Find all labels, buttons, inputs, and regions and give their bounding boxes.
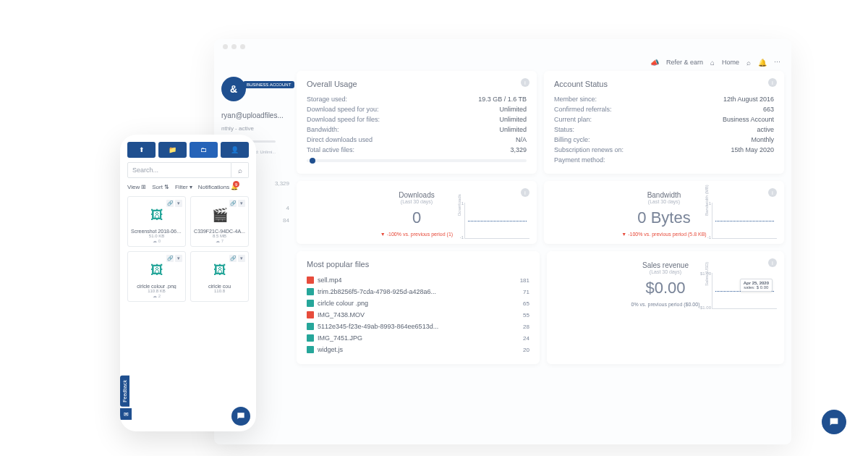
file-icon [307,300,314,307]
file-row[interactable]: sell.mp4181 [307,274,529,286]
home-link[interactable]: Home [722,59,739,66]
user-email: ryan@uploadfiles... [221,111,289,119]
refer-link[interactable]: Refer & earn [666,59,703,66]
info-icon[interactable]: i [768,188,777,197]
link-icon[interactable]: 🔗 [229,200,237,207]
file-row[interactable]: 5112e345-f23e-49ab-8993-864ee6513d...28 [307,321,529,332]
dashboard-cards: i Overall Usage Storage used:19.3 GB / 1… [297,71,784,444]
user-tab[interactable]: 👤 [221,142,249,158]
kv-row: Download speed for files:Unlimited [307,114,527,124]
notifications-toggle[interactable]: Notifications🔔9 [198,184,239,190]
bell-icon[interactable]: 🔔 [758,59,767,67]
tile-name: Screenshot 2018-06-... [131,229,182,234]
info-icon[interactable]: i [521,78,529,87]
card-title: Account Status [554,80,774,88]
kv-row: Direct downloads usedN/A [307,135,527,145]
main-content: & BUSINESS ACCOUNT ryan@uploadfiles... n… [214,71,791,444]
file-row[interactable]: widget.js20 [307,344,529,355]
file-grid: 🔗▾ 🖼 Screenshot 2018-06-... 51.0 KB ☁ 0 … [127,196,249,302]
feedback-tab[interactable]: Feedback [120,376,129,407]
dropdown-icon[interactable]: ▾ [175,255,182,262]
tile-size: 110.8 [194,289,245,293]
file-tile[interactable]: 🔗▾ 🖼 Screenshot 2018-06-... 51.0 KB ☁ 0 [127,196,186,247]
file-row[interactable]: IMG_7451.JPG24 [307,332,529,344]
notification-badge: 9 [233,181,239,187]
folder-tab[interactable]: 📁 [158,142,187,158]
file-icon [307,334,314,342]
upload-tab[interactable]: ⬆ [127,142,156,158]
window-controls [214,39,791,54]
window-dot [240,44,245,49]
usage-slider [307,159,527,162]
file-row[interactable]: trim.2b8256f5-7cda-4798-925d-a428a6...71 [307,286,529,297]
downloads-chart: Downloads 1 -1 [464,203,529,239]
sort-toggle[interactable]: Sort ⇅ [152,184,169,190]
search-input[interactable]: Search... [127,162,231,178]
filter-toggle[interactable]: Filter ▾ [175,184,192,190]
card-title: Overall Usage [307,80,527,88]
kv-row: Subscription renews on:15th May 2020 [554,145,774,155]
popular-files-card: Most popular files sell.mp4181trim.2b825… [297,251,540,364]
info-icon[interactable]: i [768,78,777,87]
file-tile[interactable]: 🔗▾ 🎬 C339F21C-94DC-4A... 8.5 MB ☁ 7 [190,196,249,247]
link-icon[interactable]: 🔗 [166,255,174,262]
window-dot [223,44,228,49]
file-row[interactable]: IMG_7438.MOV55 [307,309,529,321]
file-icon [307,323,314,330]
chat-button[interactable] [231,407,250,426]
file-tile[interactable]: 🔗▾ 🖼 cirlcle cou 110.8 [190,251,249,302]
more-menu-icon[interactable]: ⋯ [774,59,781,66]
kv-row: Status:active [554,124,774,135]
feedback-icon[interactable]: ✉ [120,408,132,420]
kv-row: Storage used:19.3 GB / 1.6 TB [307,94,527,104]
home-icon[interactable]: ⌂ [710,59,715,67]
downloads-card: i Downloads (Last 30 days) 0 ▼ -100% vs.… [297,181,537,244]
overall-usage-card: i Overall Usage Storage used:19.3 GB / 1… [297,71,537,174]
bandwidth-card: i Bandwidth (Last 30 days) 0 Bytes ▼ -10… [544,181,784,244]
account-status-card: i Account Status Member since:12th Augus… [544,71,784,174]
dropdown-icon[interactable]: ▾ [238,255,245,262]
chart-tooltip: Apr 25, 2020 sales: $ 0.00 [740,279,773,292]
link-icon[interactable]: 🔗 [229,255,237,262]
dropdown-icon[interactable]: ▾ [175,200,182,207]
card-title: Most popular files [307,260,529,269]
link-icon[interactable]: 🔗 [166,200,174,207]
info-icon[interactable]: i [768,258,777,267]
search-button[interactable]: ⌕ [231,162,249,178]
tile-name: cirlcle cou [194,284,245,289]
tile-meta: ☁ 2 [131,293,182,298]
file-icon [307,346,314,353]
view-toggle[interactable]: View ⊞ [127,184,146,190]
kv-row: Confirmed referrals:663 [554,104,774,114]
file-icon [307,276,314,284]
toolbar: View ⊞ Sort ⇅ Filter ▾ Notifications🔔9 [127,184,249,190]
file-row[interactable]: cirlcle colour .png65 [307,297,529,309]
metric-title: Downloads [304,191,529,199]
kv-row: Bandwidth:Unlimited [307,124,527,135]
search-row: Search... ⌕ [127,162,249,178]
browser-window: 📣 Refer & earn ⌂ Home ⌕ 🔔 ⋯ & BUSINESS A… [214,39,791,444]
file-tile[interactable]: 🔗▾ 🖼 cirlcle colour .png 110.8 KB ☁ 2 [127,251,186,302]
file-thumb-icon: 🖼 [146,204,168,226]
file-icon [307,311,314,318]
phone-mockup: ⬆ 📁 🗀 👤 Search... ⌕ View ⊞ Sort ⇅ Filter… [120,135,256,431]
account-badge: BUSINESS ACCOUNT [243,81,294,88]
dropdown-icon[interactable]: ▾ [238,200,245,207]
megaphone-icon[interactable]: 📣 [650,59,659,67]
files-tab[interactable]: 🗀 [190,142,218,158]
tab-buttons: ⬆ 📁 🗀 👤 [127,142,249,158]
kv-row: Member since:12th August 2016 [554,94,774,104]
info-icon[interactable]: i [521,188,529,197]
tile-name: C339F21C-94DC-4A... [194,229,245,234]
file-thumb-icon: 🖼 [209,259,231,281]
window-dot [231,44,237,49]
metric-title: Sales revenue [554,261,777,269]
sales-card: i Sales revenue (Last 30 days) $0.00 0% … [547,251,784,364]
kv-row: Billing cycle:Monthly [554,135,774,145]
chat-button[interactable] [822,410,846,434]
kv-row: Total active files:3,329 [307,145,527,155]
plan-status: nthly - active [221,125,289,132]
tile-meta: ☁ 7 [194,238,245,243]
search-icon[interactable]: ⌕ [746,59,751,67]
top-bar: 📣 Refer & earn ⌂ Home ⌕ 🔔 ⋯ [214,54,791,71]
